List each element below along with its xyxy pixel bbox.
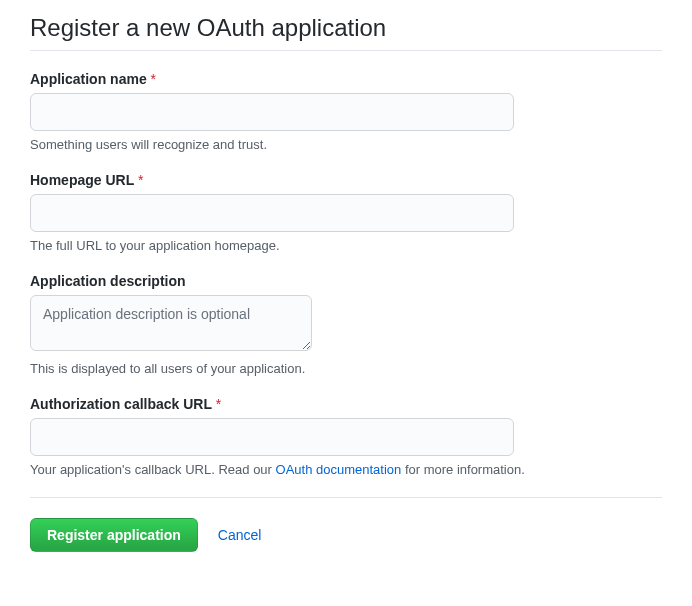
register-application-button[interactable]: Register application bbox=[30, 518, 198, 552]
help-callback-url: Your application's callback URL. Read ou… bbox=[30, 462, 662, 477]
help-callback-suffix: for more information. bbox=[401, 462, 525, 477]
label-homepage-url: Homepage URL * bbox=[30, 172, 662, 188]
label-description: Application description bbox=[30, 273, 662, 289]
label-callback-url: Authorization callback URL * bbox=[30, 396, 662, 412]
required-asterisk: * bbox=[216, 396, 221, 412]
required-asterisk: * bbox=[151, 71, 156, 87]
form-group-callback-url: Authorization callback URL * Your applic… bbox=[30, 396, 662, 477]
input-app-name[interactable] bbox=[30, 93, 514, 131]
input-homepage-url[interactable] bbox=[30, 194, 514, 232]
form-group-app-name: Application name * Something users will … bbox=[30, 71, 662, 152]
label-app-name: Application name * bbox=[30, 71, 662, 87]
form-group-homepage-url: Homepage URL * The full URL to your appl… bbox=[30, 172, 662, 253]
cancel-link[interactable]: Cancel bbox=[218, 527, 262, 543]
input-callback-url[interactable] bbox=[30, 418, 514, 456]
form-group-description: Application description This is displaye… bbox=[30, 273, 662, 376]
label-callback-url-text: Authorization callback URL bbox=[30, 396, 212, 412]
help-description: This is displayed to all users of your a… bbox=[30, 361, 662, 376]
label-app-name-text: Application name bbox=[30, 71, 147, 87]
help-app-name: Something users will recognize and trust… bbox=[30, 137, 662, 152]
label-homepage-url-text: Homepage URL bbox=[30, 172, 134, 188]
divider bbox=[30, 497, 662, 498]
page-title: Register a new OAuth application bbox=[30, 14, 662, 51]
label-description-text: Application description bbox=[30, 273, 186, 289]
help-homepage-url: The full URL to your application homepag… bbox=[30, 238, 662, 253]
textarea-description[interactable] bbox=[30, 295, 312, 351]
help-callback-prefix: Your application's callback URL. Read ou… bbox=[30, 462, 276, 477]
oauth-documentation-link[interactable]: OAuth documentation bbox=[276, 462, 402, 477]
form-actions: Register application Cancel bbox=[30, 518, 662, 552]
required-asterisk: * bbox=[138, 172, 143, 188]
